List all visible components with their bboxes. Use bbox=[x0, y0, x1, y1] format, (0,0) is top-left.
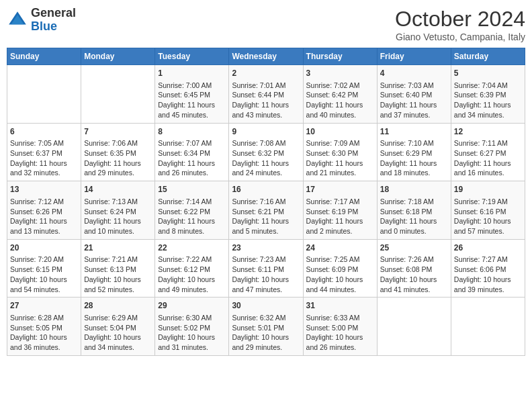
day-header-friday: Friday bbox=[377, 48, 451, 65]
title-block: October 2024 Giano Vetusto, Campania, It… bbox=[395, 7, 525, 42]
week-row-1: 1Sunrise: 7:00 AMSunset: 6:45 PMDaylight… bbox=[7, 65, 525, 124]
day-number: 23 bbox=[232, 242, 300, 254]
day-number: 5 bbox=[454, 68, 522, 79]
calendar-cell: 11Sunrise: 7:10 AMSunset: 6:29 PMDayligh… bbox=[377, 123, 451, 181]
day-info: Sunset: 5:01 PM bbox=[232, 323, 300, 333]
calendar-cell: 14Sunrise: 7:13 AMSunset: 6:24 PMDayligh… bbox=[81, 181, 155, 240]
day-number: 21 bbox=[84, 242, 152, 254]
day-info: Sunset: 6:21 PM bbox=[232, 207, 300, 217]
day-info: Sunset: 6:35 PM bbox=[84, 148, 152, 158]
day-info: Daylight: 10 hours and 31 minutes. bbox=[158, 332, 226, 352]
day-number: 3 bbox=[306, 68, 374, 79]
day-info: Sunset: 6:19 PM bbox=[306, 207, 374, 217]
day-info: Sunrise: 7:06 AM bbox=[84, 138, 152, 148]
calendar-cell: 15Sunrise: 7:14 AMSunset: 6:22 PMDayligh… bbox=[155, 181, 229, 240]
calendar-cell: 6Sunrise: 7:05 AMSunset: 6:37 PMDaylight… bbox=[7, 123, 81, 181]
calendar-cell: 25Sunrise: 7:26 AMSunset: 6:08 PMDayligh… bbox=[377, 239, 451, 298]
day-info: Sunset: 6:29 PM bbox=[380, 148, 448, 158]
calendar-table: SundayMondayTuesdayWednesdayThursdayFrid… bbox=[7, 48, 525, 356]
day-info: Sunrise: 7:13 AM bbox=[84, 197, 152, 207]
day-info: Sunset: 6:40 PM bbox=[380, 90, 448, 100]
day-info: Daylight: 10 hours and 57 minutes. bbox=[454, 216, 522, 236]
page-header: General Blue October 2024 Giano Vetusto,… bbox=[7, 7, 525, 42]
day-info: Daylight: 11 hours and 29 minutes. bbox=[84, 158, 152, 178]
calendar-cell: 7Sunrise: 7:06 AMSunset: 6:35 PMDaylight… bbox=[81, 123, 155, 181]
day-number: 27 bbox=[10, 300, 78, 312]
calendar-cell: 31Sunrise: 6:33 AMSunset: 5:00 PMDayligh… bbox=[303, 298, 377, 356]
day-info: Sunset: 6:06 PM bbox=[454, 265, 522, 275]
day-info: Sunset: 6:22 PM bbox=[158, 207, 226, 217]
calendar-cell: 4Sunrise: 7:03 AMSunset: 6:40 PMDaylight… bbox=[377, 65, 451, 124]
day-info: Sunrise: 7:08 AM bbox=[232, 138, 300, 148]
day-number: 7 bbox=[84, 126, 152, 138]
calendar-cell: 18Sunrise: 7:18 AMSunset: 6:18 PMDayligh… bbox=[377, 181, 451, 240]
day-number: 12 bbox=[454, 126, 522, 138]
day-info: Sunset: 6:18 PM bbox=[380, 207, 448, 217]
calendar-cell: 2Sunrise: 7:01 AMSunset: 6:44 PMDaylight… bbox=[229, 65, 303, 124]
day-info: Sunset: 5:00 PM bbox=[306, 323, 374, 333]
calendar-cell bbox=[377, 298, 451, 356]
day-info: Sunset: 5:04 PM bbox=[84, 323, 152, 333]
day-info: Daylight: 10 hours and 36 minutes. bbox=[10, 332, 78, 352]
day-info: Daylight: 11 hours and 43 minutes. bbox=[232, 100, 300, 120]
day-number: 29 bbox=[158, 300, 226, 312]
day-info: Daylight: 10 hours and 54 minutes. bbox=[10, 275, 78, 294]
day-info: Sunset: 6:11 PM bbox=[232, 265, 300, 275]
day-header-sunday: Sunday bbox=[7, 48, 81, 65]
day-info: Daylight: 10 hours and 44 minutes. bbox=[306, 275, 374, 294]
day-info: Daylight: 11 hours and 40 minutes. bbox=[306, 100, 374, 120]
day-info: Daylight: 11 hours and 26 minutes. bbox=[158, 158, 226, 178]
calendar-cell: 28Sunrise: 6:29 AMSunset: 5:04 PMDayligh… bbox=[81, 298, 155, 356]
day-info: Sunrise: 7:20 AM bbox=[10, 255, 78, 265]
day-info: Sunrise: 7:11 AM bbox=[454, 138, 522, 148]
day-info: Sunset: 6:26 PM bbox=[10, 207, 78, 217]
day-info: Daylight: 11 hours and 24 minutes. bbox=[232, 158, 300, 178]
day-info: Daylight: 10 hours and 29 minutes. bbox=[232, 332, 300, 352]
calendar-cell: 19Sunrise: 7:19 AMSunset: 6:16 PMDayligh… bbox=[451, 181, 525, 240]
day-info: Daylight: 11 hours and 21 minutes. bbox=[306, 158, 374, 178]
day-info: Sunset: 6:15 PM bbox=[10, 265, 78, 275]
day-info: Sunrise: 7:22 AM bbox=[158, 255, 226, 265]
week-row-5: 27Sunrise: 6:28 AMSunset: 5:05 PMDayligh… bbox=[7, 298, 525, 356]
calendar-cell: 3Sunrise: 7:02 AMSunset: 6:42 PMDaylight… bbox=[303, 65, 377, 124]
day-info: Daylight: 10 hours and 52 minutes. bbox=[84, 275, 152, 294]
day-info: Sunrise: 7:02 AM bbox=[306, 81, 374, 91]
day-number: 31 bbox=[306, 300, 374, 312]
day-info: Daylight: 10 hours and 26 minutes. bbox=[306, 332, 374, 352]
day-info: Sunrise: 6:29 AM bbox=[84, 313, 152, 323]
calendar-cell: 22Sunrise: 7:22 AMSunset: 6:12 PMDayligh… bbox=[155, 239, 229, 298]
logo-general-text: General bbox=[31, 7, 76, 20]
day-number: 25 bbox=[380, 242, 448, 254]
day-info: Sunset: 6:45 PM bbox=[158, 90, 226, 100]
day-info: Sunset: 6:37 PM bbox=[10, 148, 78, 158]
day-number: 13 bbox=[10, 184, 78, 195]
logo-icon bbox=[7, 9, 28, 31]
day-info: Sunrise: 6:33 AM bbox=[306, 313, 374, 323]
day-info: Sunset: 6:08 PM bbox=[380, 265, 448, 275]
day-info: Sunrise: 6:32 AM bbox=[232, 313, 300, 323]
calendar-cell bbox=[7, 65, 81, 124]
day-info: Daylight: 11 hours and 18 minutes. bbox=[380, 158, 448, 178]
day-info: Sunrise: 7:18 AM bbox=[380, 197, 448, 207]
day-number: 30 bbox=[232, 300, 300, 312]
week-row-2: 6Sunrise: 7:05 AMSunset: 6:37 PMDaylight… bbox=[7, 123, 525, 181]
calendar-cell: 12Sunrise: 7:11 AMSunset: 6:27 PMDayligh… bbox=[451, 123, 525, 181]
day-info: Sunrise: 7:09 AM bbox=[306, 138, 374, 148]
day-number: 15 bbox=[158, 184, 226, 195]
day-info: Daylight: 10 hours and 49 minutes. bbox=[158, 275, 226, 294]
day-info: Daylight: 11 hours and 0 minutes. bbox=[380, 216, 448, 236]
day-header-thursday: Thursday bbox=[303, 48, 377, 65]
day-info: Daylight: 10 hours and 39 minutes. bbox=[454, 275, 522, 294]
logo: General Blue bbox=[7, 7, 76, 34]
day-info: Daylight: 11 hours and 32 minutes. bbox=[10, 158, 78, 178]
day-info: Daylight: 11 hours and 5 minutes. bbox=[232, 216, 300, 236]
day-header-tuesday: Tuesday bbox=[155, 48, 229, 65]
day-info: Daylight: 10 hours and 41 minutes. bbox=[380, 275, 448, 294]
day-info: Sunrise: 7:14 AM bbox=[158, 197, 226, 207]
location: Giano Vetusto, Campania, Italy bbox=[395, 32, 525, 42]
day-info: Sunrise: 7:25 AM bbox=[306, 255, 374, 265]
day-info: Sunrise: 6:28 AM bbox=[10, 313, 78, 323]
day-number: 1 bbox=[158, 68, 226, 79]
day-info: Sunset: 6:44 PM bbox=[232, 90, 300, 100]
day-info: Sunrise: 7:10 AM bbox=[380, 138, 448, 148]
